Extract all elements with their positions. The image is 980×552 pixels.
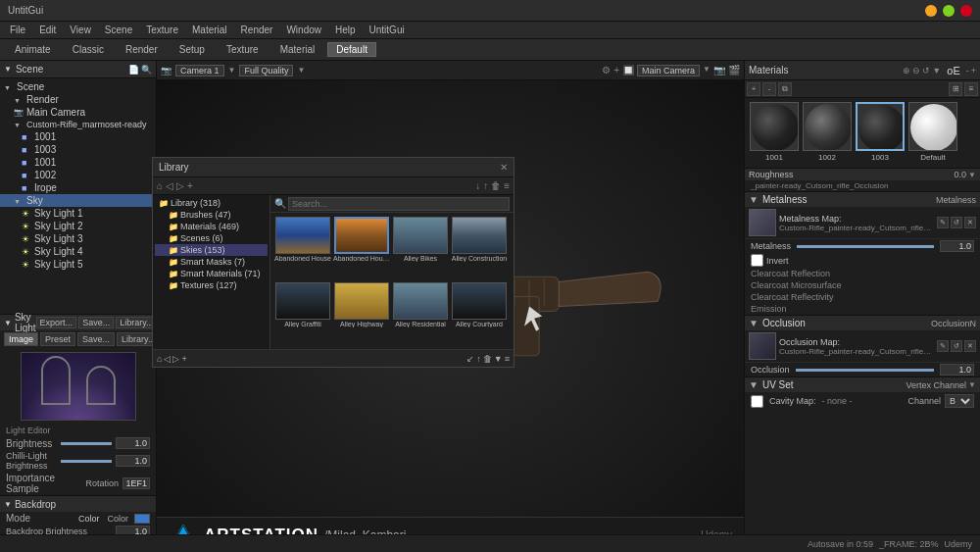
mat-grid-btn[interactable]: ⊞ [949, 82, 962, 96]
metalness-input[interactable]: 1.0 [940, 240, 974, 252]
lib-home-icon[interactable]: ⌂ [157, 180, 163, 191]
menu-material[interactable]: Material [186, 24, 233, 36]
lib-forward-bottom[interactable]: ▷ [172, 354, 179, 364]
lib-back-icon[interactable]: ◁ [166, 180, 173, 191]
lib-tree-brushes[interactable]: 📁 Brushes (47) [155, 209, 268, 221]
tree-1002[interactable]: ■ 1002 [0, 169, 156, 181]
tab-texture[interactable]: Texture [218, 42, 268, 57]
metalness-tool-2[interactable]: ↺ [951, 217, 962, 228]
lib-tree-smartmasks[interactable]: 📁 Smart Masks (7) [155, 256, 268, 268]
mat-list-btn[interactable]: ≡ [964, 82, 978, 96]
viewport-icon-5[interactable]: 🎬 [728, 65, 740, 76]
menu-help[interactable]: Help [329, 24, 362, 36]
mat-item-1003[interactable]: 1003 [855, 102, 906, 162]
library-button[interactable]: Library... [116, 317, 157, 328]
menu-edit[interactable]: Edit [33, 24, 62, 36]
tree-1001b[interactable]: ■ 1001 [0, 156, 156, 169]
lib-home-bottom[interactable]: ⌂ [157, 354, 162, 364]
metalness-tool-1[interactable]: ✎ [937, 217, 949, 228]
vertex-dropdown[interactable]: ▼ [968, 380, 976, 389]
scene-icon-1[interactable]: 📄 [128, 65, 139, 75]
quality-chevron[interactable]: ▼ [297, 66, 305, 75]
lib-tree-smartmats[interactable]: 📁 Smart Materials (71) [155, 268, 268, 279]
menu-scene[interactable]: Scene [99, 24, 138, 36]
lib-add-icon[interactable]: + [187, 180, 193, 191]
lib-item-abandoned-attic[interactable]: Abandoned House Attic [333, 217, 390, 280]
brightness-slider[interactable] [61, 442, 112, 445]
tree-skylight3[interactable]: ☀ Sky Light 3 [0, 232, 156, 245]
lib-back-bottom[interactable]: ◁ [164, 354, 171, 364]
mat-tool-5[interactable]: - [966, 66, 969, 75]
mat-tool-3[interactable]: ↺ [922, 66, 930, 75]
tree-render[interactable]: Render [0, 93, 156, 106]
backdrop-color-swatch[interactable] [134, 514, 150, 524]
roughness-dropdown[interactable]: ▼ [968, 171, 976, 179]
library-close-btn[interactable]: ✕ [500, 162, 508, 173]
tab-classic[interactable]: Classic [64, 42, 113, 57]
occlusion-section-header[interactable]: ▼ Occlusion OcclusionN [745, 315, 980, 330]
metalness-slider[interactable] [797, 245, 934, 248]
minimize-button[interactable] [925, 5, 937, 17]
lib-item-alley-bikes[interactable]: Alley Bikes [392, 217, 449, 280]
backdrop-header[interactable]: ▼ Backdrop [0, 496, 156, 512]
lib-add-bottom[interactable]: + [181, 354, 186, 364]
export-button[interactable]: Export... [36, 317, 77, 328]
lib-btn-2[interactable]: ↑ [476, 354, 481, 364]
menu-render[interactable]: Render [235, 24, 279, 36]
lib-btn-3[interactable]: 🗑 [483, 354, 492, 364]
uv-section-header[interactable]: ▼ UV Set Vertex Channel ▼ [745, 376, 980, 392]
tree-skylight4[interactable]: ☀ Sky Light 4 [0, 245, 156, 258]
tree-scene[interactable]: Scene [0, 80, 156, 93]
quality-select[interactable]: Full Quality [239, 65, 293, 76]
tab-image[interactable]: Image [4, 332, 38, 346]
rotation-input[interactable]: 1EF1 [122, 477, 150, 489]
menu-texture[interactable]: Texture [140, 24, 184, 36]
lib-item-alley-graffiti[interactable]: Alley Graffiti [274, 282, 331, 346]
close-button[interactable] [960, 5, 972, 17]
occlusion-input[interactable]: 1.0 [940, 364, 974, 376]
scene-icon-2[interactable]: 🔍 [141, 65, 152, 75]
tree-sky[interactable]: Sky [0, 194, 156, 207]
lib-btn-5[interactable]: ≡ [505, 354, 510, 364]
main-camera-select[interactable]: Main Camera [637, 65, 700, 76]
lib-delete-icon[interactable]: 🗑 [491, 180, 501, 191]
viewport-icon-1[interactable]: ⚙ [602, 65, 611, 76]
metalness-tool-3[interactable]: ✕ [964, 217, 976, 228]
brightness-input[interactable]: 1.0 [116, 437, 150, 449]
tree-skylight5[interactable]: ☀ Sky Light 5 [0, 258, 156, 271]
viewport-icon-4[interactable]: 📷 [713, 65, 725, 76]
tab-material[interactable]: Material [271, 42, 324, 57]
tab-library[interactable]: Library... [117, 332, 157, 346]
menu-view[interactable]: View [64, 24, 97, 36]
camera-select[interactable]: Camera 1 [175, 65, 224, 76]
mat-item-default[interactable]: Default [907, 102, 958, 162]
viewport-icon-2[interactable]: + [613, 65, 619, 76]
tree-irope[interactable]: ■ Irope [0, 181, 156, 194]
tree-1003[interactable]: ■ 1003 [0, 143, 156, 156]
tree-main-camera[interactable]: 📷 Main Camera [0, 106, 156, 119]
main-camera-chevron[interactable]: ▼ [703, 65, 710, 76]
mat-tool-4[interactable]: ▼ [932, 66, 941, 75]
menu-file[interactable]: File [4, 24, 31, 36]
metalness-section-header[interactable]: ▼ Metalness Metalness [745, 191, 980, 207]
lib-upload-icon[interactable]: ↑ [483, 180, 488, 191]
sky-light-header[interactable]: ▼ Sky Light Export... Save... Library... [0, 315, 156, 330]
lib-btn-1[interactable]: ↙ [466, 354, 474, 364]
library-search-input[interactable] [288, 197, 510, 211]
mat-tool-6[interactable]: + [971, 66, 976, 75]
invert-checkbox[interactable] [751, 254, 763, 267]
mat-item-1001[interactable]: 1001 [749, 102, 800, 162]
lib-tree-skies[interactable]: 📁 Skies (153) [155, 244, 268, 256]
tab-setup[interactable]: Setup [171, 42, 214, 57]
mat-add-btn[interactable]: + [747, 82, 760, 96]
chilli-input[interactable]: 1.0 [116, 455, 150, 467]
mat-delete-btn[interactable]: - [762, 82, 776, 96]
lib-item-alley-courtyard[interactable]: Alley Courtyard [451, 282, 508, 346]
tab-default[interactable]: Default [327, 42, 376, 57]
lib-menu-icon[interactable]: ≡ [504, 180, 510, 191]
tree-skylight2[interactable]: ☀ Sky Light 2 [0, 220, 156, 232]
lib-item-alley-construction[interactable]: Alley Construction [451, 217, 508, 280]
menu-untitgui[interactable]: UntitGui [364, 24, 411, 36]
lib-tree-library[interactable]: 📁 Library (318) [155, 197, 268, 209]
lib-btn-4[interactable]: ▼ [494, 354, 503, 364]
